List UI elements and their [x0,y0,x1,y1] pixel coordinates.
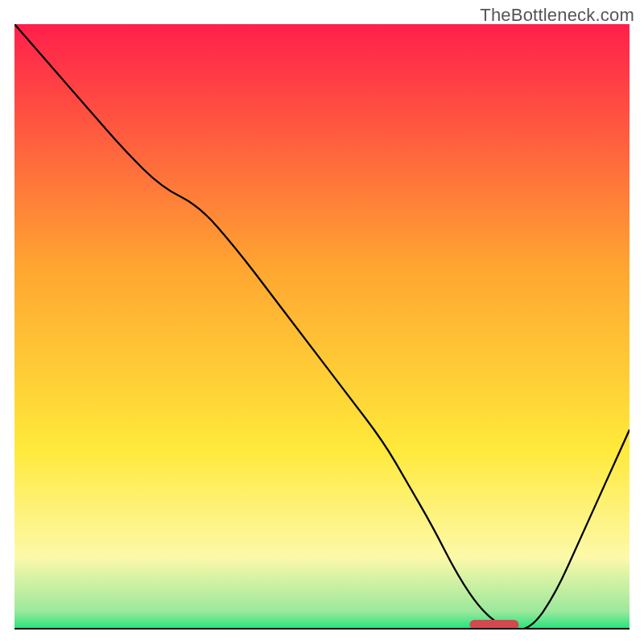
chart-svg [14,24,630,630]
gradient-background [14,24,630,630]
bottleneck-chart: TheBottleneck.com [0,0,644,644]
plot-area [14,24,630,630]
watermark-text: TheBottleneck.com [480,5,634,26]
